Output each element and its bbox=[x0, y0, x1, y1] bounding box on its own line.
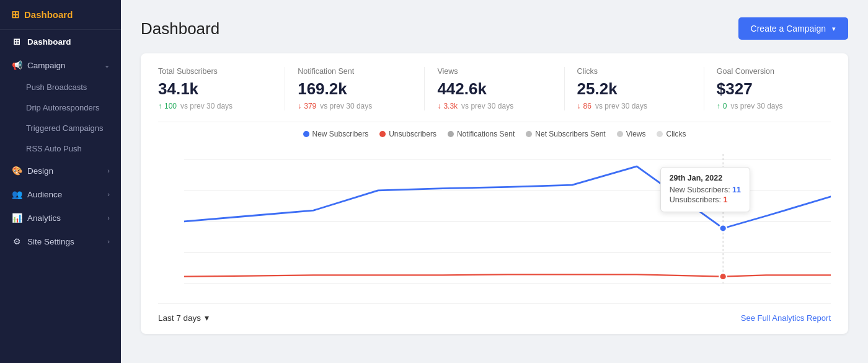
chevron-down-icon: ⌄ bbox=[104, 61, 110, 69]
button-chevron-icon: ▾ bbox=[832, 25, 836, 33]
stat-label-total-subscribers: Total Subscribers bbox=[158, 67, 272, 76]
sidebar-item-design[interactable]: 🎨 Design › bbox=[0, 159, 121, 182]
stat-total-subscribers: Total Subscribers 34.1k ↑ 100 vs prev 30… bbox=[158, 67, 285, 110]
legend-label-net-subscribers: Net Subscribers Sent bbox=[535, 130, 605, 138]
stat-prev-4: vs prev 30 days bbox=[731, 102, 783, 110]
stat-label-views: Views bbox=[437, 67, 551, 76]
date-range-label: Last 7 days bbox=[158, 313, 201, 323]
stat-notification-sent: Notification Sent 169.2k ↓ 379 vs prev 3… bbox=[298, 67, 425, 110]
legend-notifications-sent: Notifications Sent bbox=[448, 130, 515, 138]
stat-value-clicks: 25.2k bbox=[577, 79, 691, 99]
stat-prev-0: vs prev 30 days bbox=[180, 102, 232, 110]
chevron-right-icon-analytics: › bbox=[107, 214, 110, 222]
rss-auto-push-label: RSS Auto Push bbox=[26, 144, 82, 153]
stat-goal-conversion: Goal Conversion $327 ↑ 0 vs prev 30 days bbox=[717, 67, 831, 110]
chevron-down-icon-date: ▾ bbox=[205, 313, 209, 323]
create-campaign-label: Create a Campaign bbox=[751, 24, 826, 34]
stat-label-goal-conversion: Goal Conversion bbox=[717, 67, 831, 76]
sidebar-item-site-settings[interactable]: ⚙ Site Settings › bbox=[0, 230, 121, 253]
campaign-icon: 📢 bbox=[11, 60, 22, 70]
sidebar-item-drip-autoresponders[interactable]: Drip Autoresponders bbox=[0, 97, 121, 118]
stats-card: Total Subscribers 34.1k ↑ 100 vs prev 30… bbox=[141, 53, 848, 334]
stat-prev-1: vs prev 30 days bbox=[320, 102, 372, 110]
arrow-down-icon-2: ↓ bbox=[437, 102, 441, 110]
audience-icon: 👥 bbox=[11, 189, 22, 199]
stat-value-notification-sent: 169.2k bbox=[298, 79, 412, 99]
date-range-button[interactable]: Last 7 days ▾ bbox=[158, 313, 209, 323]
stat-clicks: Clicks 25.2k ↓ 86 vs prev 30 days bbox=[577, 67, 704, 110]
sidebar-item-push-broadcasts[interactable]: Push Broadcasts bbox=[0, 77, 121, 97]
full-analytics-link[interactable]: See Full Analytics Report bbox=[741, 313, 831, 323]
stat-change-val-4: 0 bbox=[723, 102, 727, 110]
stat-value-total-subscribers: 34.1k bbox=[158, 79, 272, 99]
stat-change-total-subscribers: ↑ 100 vs prev 30 days bbox=[158, 102, 272, 110]
legend-views: Views bbox=[617, 130, 646, 138]
page-title: Dashboard bbox=[141, 19, 219, 38]
legend-label-unsubscribers: Unsubscribers bbox=[389, 130, 436, 138]
chart-point-red bbox=[719, 273, 727, 280]
legend-label-views: Views bbox=[626, 130, 646, 138]
chevron-right-icon-settings: › bbox=[107, 238, 110, 245]
arrow-down-icon-3: ↓ bbox=[577, 102, 581, 110]
sidebar-item-campaign[interactable]: 📢 Campaign ⌄ bbox=[0, 53, 121, 77]
sidebar-item-triggered-campaigns[interactable]: Triggered Campaigns bbox=[0, 118, 121, 138]
sidebar-item-audience[interactable]: 👥 Audience › bbox=[0, 182, 121, 206]
sidebar-analytics-label: Analytics bbox=[27, 213, 61, 223]
legend-clicks: Clicks bbox=[657, 130, 686, 138]
chart-area: 0 7 14 21 28 25th Jan, 2022 26th Jan, 20… bbox=[158, 142, 831, 303]
stat-prev-3: vs prev 30 days bbox=[595, 102, 647, 110]
arrow-down-icon-1: ↓ bbox=[298, 102, 301, 110]
sidebar-dashboard-label: Dashboard bbox=[27, 37, 71, 47]
legend-label-notifications-sent: Notifications Sent bbox=[457, 130, 515, 138]
stats-row: Total Subscribers 34.1k ↑ 100 vs prev 30… bbox=[158, 67, 831, 122]
stat-change-goal-conversion: ↑ 0 vs prev 30 days bbox=[717, 102, 831, 110]
sidebar-audience-label: Audience bbox=[27, 190, 62, 199]
legend-net-subscribers-sent: Net Subscribers Sent bbox=[526, 130, 605, 138]
drip-autoresponders-label: Drip Autoresponders bbox=[26, 103, 100, 112]
chevron-right-icon: › bbox=[107, 167, 110, 174]
legend-label-new-subscribers: New Subscribers bbox=[312, 130, 369, 138]
stat-label-notification-sent: Notification Sent bbox=[298, 67, 412, 76]
sidebar-campaign-label: Campaign bbox=[27, 61, 66, 70]
stat-change-val-1: 379 bbox=[304, 102, 316, 110]
legend-dot-notifications-sent bbox=[448, 131, 454, 137]
design-icon: 🎨 bbox=[11, 166, 22, 176]
chart-svg: 0 7 14 21 28 25th Jan, 2022 26th Jan, 20… bbox=[184, 147, 831, 285]
chart-point-blue bbox=[719, 225, 727, 231]
stat-change-val-2: 3.3k bbox=[443, 102, 458, 110]
stat-value-views: 442.6k bbox=[437, 79, 551, 99]
legend-dot-unsubscribers bbox=[379, 131, 386, 137]
stat-value-goal-conversion: $327 bbox=[717, 79, 831, 99]
push-broadcasts-label: Push Broadcasts bbox=[26, 83, 87, 92]
sidebar-item-dashboard[interactable]: ⊞ Dashboard bbox=[0, 30, 121, 53]
sidebar-site-settings-label: Site Settings bbox=[27, 237, 74, 246]
stat-views: Views 442.6k ↓ 3.3k vs prev 30 days bbox=[437, 67, 564, 110]
chart-footer: Last 7 days ▾ See Full Analytics Report bbox=[158, 303, 831, 334]
site-settings-icon: ⚙ bbox=[11, 236, 22, 246]
chevron-right-icon-audience: › bbox=[107, 190, 110, 198]
main-content: Dashboard Create a Campaign ▾ Total Subs… bbox=[121, 0, 868, 363]
legend-new-subscribers: New Subscribers bbox=[303, 130, 369, 138]
sidebar-logo-text: Dashboard bbox=[24, 9, 73, 20]
dashboard-home-icon: ⊞ bbox=[11, 9, 19, 20]
stat-change-notification-sent: ↓ 379 vs prev 30 days bbox=[298, 102, 412, 110]
create-campaign-button[interactable]: Create a Campaign ▾ bbox=[738, 17, 848, 40]
chart-legend: New Subscribers Unsubscribers Notificati… bbox=[158, 122, 831, 142]
stat-change-val-0: 100 bbox=[164, 102, 177, 110]
main-header: Dashboard Create a Campaign ▾ bbox=[141, 17, 848, 40]
dashboard-icon: ⊞ bbox=[11, 37, 22, 47]
analytics-icon: 📊 bbox=[11, 213, 22, 223]
legend-dot-views bbox=[617, 131, 623, 137]
arrow-up-icon-4: ↑ bbox=[717, 102, 720, 110]
sidebar-logo[interactable]: ⊞ Dashboard bbox=[0, 0, 121, 30]
arrow-up-icon: ↑ bbox=[158, 102, 162, 110]
stat-change-clicks: ↓ 86 vs prev 30 days bbox=[577, 102, 691, 110]
triggered-campaigns-label: Triggered Campaigns bbox=[26, 123, 104, 133]
sidebar-item-analytics[interactable]: 📊 Analytics › bbox=[0, 206, 121, 230]
stat-label-clicks: Clicks bbox=[577, 67, 691, 76]
sidebar-item-rss-auto-push[interactable]: RSS Auto Push bbox=[0, 138, 121, 159]
legend-dot-new-subscribers bbox=[303, 131, 309, 137]
legend-dot-clicks bbox=[657, 131, 663, 137]
sidebar-design-label: Design bbox=[27, 166, 53, 176]
stat-change-val-3: 86 bbox=[583, 102, 591, 110]
